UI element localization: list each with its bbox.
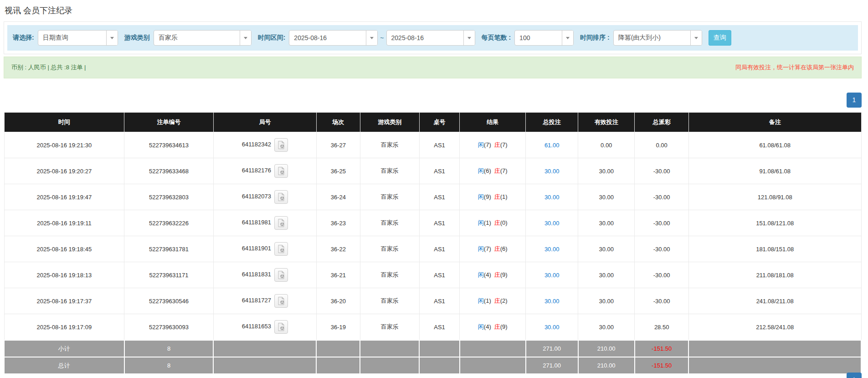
player-score: (9) [484,193,491,200]
chevron-down-icon[interactable] [463,31,475,45]
video-file-icon [277,244,286,254]
table-row: 2025-08-16 19:18:13 522739631171 6411818… [4,262,861,288]
video-replay-button[interactable] [274,164,288,178]
table-row: 2025-08-16 19:21:30 522739634613 6411823… [4,132,861,158]
round-cell: 641181831 [213,262,316,288]
table-no-cell: AS1 [419,314,459,341]
table-row: 2025-08-16 19:19:47 522739632803 6411820… [4,184,861,210]
valid-bet-cell: 30.00 [578,288,635,314]
date-to-select[interactable]: 2025-08-16 [386,30,475,46]
player-score: (6) [484,167,491,174]
page-size-label: 每页笔数 : [482,34,511,42]
banker-label: 庄 [494,193,500,200]
total-bet-link[interactable]: 61.00 [544,142,560,149]
video-replay-button[interactable] [274,268,288,282]
video-replay-button[interactable] [274,138,288,152]
query-type-select[interactable]: 日期查询 [38,30,118,46]
total-bet-link[interactable]: 30.00 [544,272,560,279]
video-file-icon [277,166,286,176]
total-bet-cell: 30.00 [526,262,578,288]
remark-cell: 61.08/61.08 [688,132,861,158]
chevron-down-icon[interactable] [690,31,702,45]
date-range-separator: ~ [380,34,384,41]
column-header: 时间 [4,113,124,132]
player-score: (7) [484,245,491,252]
summary-payout-cell: -151.50 [635,357,689,374]
remark-cell: 151.08/121.08 [688,210,861,236]
bet-id-cell: 522739630093 [124,314,214,341]
round-cell: 641181727 [213,288,316,314]
total-bet-link[interactable]: 30.00 [544,324,560,331]
time-sort-select[interactable]: 降冪(由大到小) [613,30,702,46]
page-button-1[interactable]: 1 [847,93,862,108]
page-button-1-bottom[interactable]: 1 [847,373,862,378]
banker-score: (2) [500,297,508,304]
summary-payout-cell: -151.50 [635,340,689,357]
video-replay-button[interactable] [274,320,288,334]
time-cell: 2025-08-16 19:21:30 [4,132,124,158]
player-label: 闲 [478,297,484,304]
table-no-cell: AS1 [419,210,459,236]
round-cell: 641182176 [213,158,316,184]
chevron-down-icon[interactable] [106,31,118,45]
total-bet-cell: 30.00 [526,314,578,341]
table-row: 2025-08-16 19:17:09 522739630093 6411816… [4,314,861,341]
column-header: 注单编号 [124,113,214,132]
time-cell: 2025-08-16 19:17:09 [4,314,124,341]
valid-bet-cell: 30.00 [578,184,635,210]
valid-bet-cell: 30.00 [578,262,635,288]
player-label: 闲 [478,167,484,174]
time-cell: 2025-08-16 19:17:37 [4,288,124,314]
remark-cell: 241.08/211.08 [688,288,861,314]
video-replay-button[interactable] [274,190,288,204]
video-replay-button[interactable] [274,294,288,308]
date-from-select[interactable]: 2025-08-16 [289,30,378,46]
banker-label: 庄 [494,245,500,252]
total-bet-link[interactable]: 30.00 [544,168,560,175]
chevron-down-icon[interactable] [240,31,251,45]
video-replay-button[interactable] [274,216,288,230]
round-id: 641182176 [242,167,271,174]
bet-id-cell: 522739633468 [124,158,214,184]
session-cell: 36-20 [316,288,360,314]
payout-cell: -30.00 [635,210,689,236]
video-replay-button[interactable] [274,242,288,256]
session-cell: 36-24 [316,184,360,210]
result-cell: 闲(9)庄(1) [460,184,526,210]
banker-score: (0) [500,219,508,226]
banker-score: (9) [500,323,508,330]
total-bet-link[interactable]: 30.00 [544,220,560,227]
result-cell: 闲(7)庄(6) [460,236,526,262]
payout-cell: -30.00 [635,184,689,210]
table-no-cell: AS1 [419,262,459,288]
total-bet-link[interactable]: 30.00 [544,194,560,201]
column-header: 总派彩 [635,113,689,132]
remark-cell: 181.08/151.08 [688,236,861,262]
game-type-select[interactable]: 百家乐 [154,30,252,46]
summary-total-bet-cell: 271.00 [526,340,578,357]
payout-cell: 0.00 [635,132,689,158]
time-cell: 2025-08-16 19:19:11 [4,210,124,236]
page-size-select[interactable]: 100 [514,30,574,46]
valid-bet-cell: 30.00 [578,210,635,236]
banker-score: (1) [500,193,508,200]
summary-total-bet-cell: 271.00 [526,357,578,374]
result-cell: 闲(1)庄(2) [460,288,526,314]
video-file-icon [277,218,286,228]
chevron-down-icon[interactable] [366,31,377,45]
currency-summary: 币别 : 人民币 | 总共 :8 注单 | [11,63,86,72]
remark-cell: 212.58/241.08 [688,314,861,341]
total-bet-link[interactable]: 30.00 [544,298,560,305]
query-button[interactable]: 查询 [709,30,731,46]
payout-cell: -30.00 [635,236,689,262]
time-cell: 2025-08-16 19:18:13 [4,262,124,288]
total-bet-cell: 61.00 [526,132,578,158]
date-range-label: 时间区间: [258,34,286,42]
chevron-down-icon[interactable] [562,31,573,45]
round-id: 641181653 [242,323,271,330]
column-header: 场次 [316,113,360,132]
remark-cell: 121.08/91.08 [688,184,861,210]
banker-label: 庄 [494,167,500,174]
payout-cell: -30.00 [635,288,689,314]
total-bet-link[interactable]: 30.00 [544,246,560,253]
